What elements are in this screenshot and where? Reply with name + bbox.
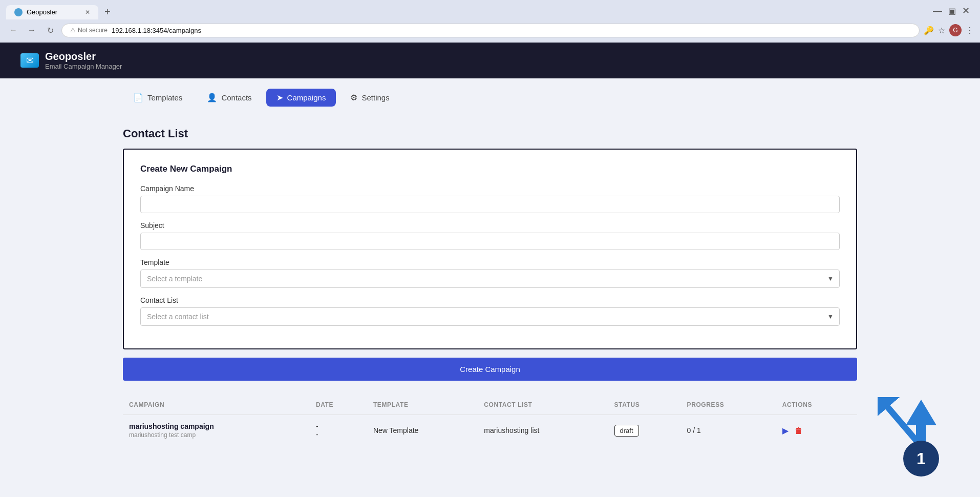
tab-close-button[interactable]: ✕ bbox=[85, 9, 90, 16]
campaigns-icon: ➤ bbox=[276, 93, 283, 102]
back-button[interactable]: ← bbox=[6, 23, 20, 37]
nav-item-contacts[interactable]: 👤 Contacts bbox=[197, 89, 262, 107]
browser-action-buttons: 🔑 ☆ G ⋮ bbox=[924, 24, 974, 36]
col-actions: ACTIONS bbox=[776, 397, 857, 415]
table-body: mariushosting campaign mariushosting tes… bbox=[123, 415, 857, 446]
nav-item-campaigns[interactable]: ➤ Campaigns bbox=[266, 89, 336, 107]
col-progress: PROGRESS bbox=[681, 397, 776, 415]
app-navigation: 📄 Templates 👤 Contacts ➤ Campaigns ⚙ Set… bbox=[0, 78, 980, 117]
form-title: Create New Campaign bbox=[140, 164, 840, 174]
campaign-actions-cell: ▶ 🗑 bbox=[776, 415, 857, 446]
subject-field: Subject bbox=[140, 221, 840, 250]
delete-campaign-button[interactable]: 🗑 bbox=[795, 426, 803, 436]
campaign-name-cell: mariushosting campaign mariushosting tes… bbox=[123, 415, 310, 446]
campaign-name-input[interactable] bbox=[140, 196, 840, 213]
reload-button[interactable]: ↻ bbox=[43, 23, 57, 37]
tab-favicon bbox=[14, 8, 23, 16]
minimize-button[interactable]: — bbox=[933, 6, 942, 16]
subject-input[interactable] bbox=[140, 233, 840, 250]
campaign-progress-cell: 0 / 1 bbox=[681, 415, 776, 446]
key-icon: 🔑 bbox=[924, 26, 934, 35]
create-campaign-form: Create New Campaign Campaign Name Subjec… bbox=[123, 149, 857, 349]
browser-chrome: — ▣ ✕ Geoposler ✕ + ← → ↻ ⚠ Not secure 1… bbox=[0, 0, 980, 43]
url-display: 192.168.1.18:3454/campaigns bbox=[112, 27, 201, 34]
logo-text: Geoposler Email Campaign Manager bbox=[45, 51, 122, 70]
tab-title: Geoposler bbox=[27, 8, 57, 16]
run-campaign-button[interactable]: ▶ bbox=[782, 426, 789, 436]
campaign-name-main: mariushosting campaign bbox=[129, 422, 304, 430]
app-subtitle: Email Campaign Manager bbox=[45, 63, 122, 70]
subject-label: Subject bbox=[140, 221, 840, 230]
contact-list-label: Contact List bbox=[140, 296, 840, 304]
app-logo: ✉ Geoposler Email Campaign Manager bbox=[20, 51, 122, 70]
template-label: Template bbox=[140, 258, 840, 266]
nav-label-templates: Templates bbox=[147, 93, 182, 102]
table-header: CAMPAIGN DATE TEMPLATE CONTACT LIST STAT… bbox=[123, 397, 857, 415]
menu-icon[interactable]: ⋮ bbox=[966, 26, 974, 35]
campaign-template-cell: New Template bbox=[367, 415, 478, 446]
col-campaign: CAMPAIGN bbox=[123, 397, 310, 415]
app-name: Geoposler bbox=[45, 51, 122, 63]
mail-icon: ✉ bbox=[26, 55, 34, 66]
col-template: TEMPLATE bbox=[367, 397, 478, 415]
nav-item-templates[interactable]: 📄 Templates bbox=[123, 89, 193, 107]
nav-label-campaigns: Campaigns bbox=[287, 93, 326, 102]
nav-item-settings[interactable]: ⚙ Settings bbox=[340, 89, 399, 107]
contact-list-select-wrapper: Select a contact list ▼ bbox=[140, 307, 840, 326]
template-field: Template Select a template ▼ bbox=[140, 258, 840, 288]
settings-icon: ⚙ bbox=[350, 93, 357, 102]
campaign-name-field: Campaign Name bbox=[140, 184, 840, 213]
browser-tab[interactable]: Geoposler ✕ bbox=[6, 5, 98, 19]
campaign-status-cell: draft bbox=[608, 415, 681, 446]
campaign-table: CAMPAIGN DATE TEMPLATE CONTACT LIST STAT… bbox=[123, 397, 857, 446]
campaign-date-cell: - - bbox=[310, 415, 367, 446]
logo-icon: ✉ bbox=[20, 53, 39, 68]
campaign-name-sub: mariushosting test camp bbox=[129, 431, 304, 439]
address-bar[interactable]: ⚠ Not secure 192.168.1.18:3454/campaigns bbox=[61, 24, 920, 37]
campaign-name-label: Campaign Name bbox=[140, 184, 840, 193]
template-select[interactable]: Select a template bbox=[140, 270, 840, 288]
col-contact-list: CONTACT LIST bbox=[478, 397, 608, 415]
close-button[interactable]: ✕ bbox=[962, 5, 970, 16]
nav-label-settings: Settings bbox=[361, 93, 389, 102]
restore-button[interactable]: ▣ bbox=[948, 6, 956, 16]
security-indicator: ⚠ Not secure bbox=[70, 27, 108, 34]
campaign-contact-list-cell: mariushosting list bbox=[478, 415, 608, 446]
contacts-icon: 👤 bbox=[207, 93, 217, 102]
templates-icon: 📄 bbox=[133, 93, 143, 102]
profile-avatar[interactable]: G bbox=[949, 24, 962, 36]
col-date: DATE bbox=[310, 397, 367, 415]
forward-button[interactable]: → bbox=[25, 23, 39, 37]
status-badge: draft bbox=[614, 425, 639, 437]
contact-list-select[interactable]: Select a contact list bbox=[140, 307, 840, 326]
main-content: Contact List Create New Campaign Campaig… bbox=[0, 117, 980, 457]
nav-label-contacts: Contacts bbox=[221, 93, 251, 102]
new-tab-button[interactable]: + bbox=[100, 4, 115, 20]
app-header: ✉ Geoposler Email Campaign Manager bbox=[0, 43, 980, 78]
page-title: Contact List bbox=[123, 127, 857, 140]
template-select-wrapper: Select a template ▼ bbox=[140, 270, 840, 288]
star-icon[interactable]: ☆ bbox=[938, 26, 945, 35]
security-icon: ⚠ bbox=[70, 27, 76, 34]
table-row: mariushosting campaign mariushosting tes… bbox=[123, 415, 857, 446]
contact-list-field: Contact List Select a contact list ▼ bbox=[140, 296, 840, 326]
create-campaign-button[interactable]: Create Campaign bbox=[123, 358, 857, 381]
col-status: STATUS bbox=[608, 397, 681, 415]
